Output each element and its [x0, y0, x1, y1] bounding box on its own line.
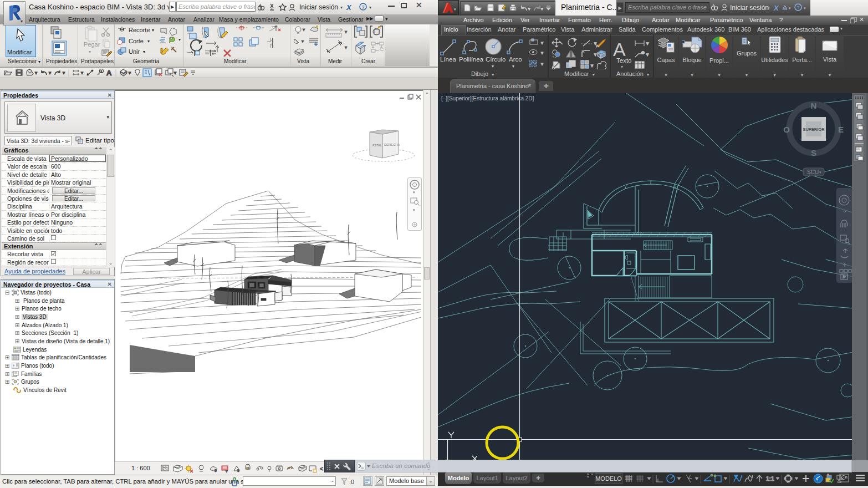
- svg-text:▾: ▾: [345, 45, 347, 50]
- svg-text:▾: ▾: [804, 6, 806, 10]
- svg-text:▾: ▾: [21, 19, 23, 24]
- svg-text:▾: ▾: [226, 469, 228, 473]
- svg-text:Línea: Línea: [440, 56, 456, 63]
- svg-text:▾: ▾: [345, 29, 347, 34]
- svg-text:▾: ▾: [152, 28, 154, 33]
- svg-text:X: X: [346, 3, 352, 12]
- svg-text:▾: ▾: [174, 70, 176, 75]
- svg-text:Polilínea: Polilínea: [459, 56, 484, 63]
- svg-text:▾: ▾: [789, 6, 791, 10]
- svg-text:Corte: Corte: [129, 38, 144, 44]
- svg-text:▾: ▾: [541, 40, 543, 45]
- svg-text:Iniciar sesión: Iniciar sesión: [730, 4, 769, 12]
- svg-text:▾: ▾: [541, 62, 543, 67]
- svg-text:▾: ▾: [143, 49, 145, 54]
- svg-text:▾: ▾: [621, 64, 623, 69]
- svg-text:▾: ▾: [492, 64, 494, 69]
- svg-text:▾: ▾: [594, 52, 596, 57]
- svg-text:Texto: Texto: [616, 57, 632, 64]
- svg-text:X: X: [773, 4, 779, 12]
- svg-text:▾: ▾: [768, 6, 770, 10]
- svg-text:+→: +→: [159, 38, 165, 42]
- svg-text::0: :0: [349, 479, 354, 485]
- svg-text:9: 9: [237, 469, 239, 472]
- svg-text:?: ?: [797, 5, 800, 11]
- svg-text:▾: ▾: [646, 52, 649, 57]
- svg-text:Unir: Unir: [129, 48, 140, 55]
- svg-text:Pegar: Pegar: [84, 41, 100, 48]
- svg-text:▾: ▾: [591, 63, 593, 68]
- svg-text:▾: ▾: [594, 41, 596, 46]
- svg-text:▾: ▾: [369, 5, 371, 10]
- svg-text:▾: ▾: [81, 70, 83, 75]
- svg-text:▾: ▾: [413, 190, 415, 194]
- svg-text:9: 9: [215, 469, 217, 472]
- svg-text:<: <: [320, 466, 323, 472]
- svg-text:▾: ▾: [49, 70, 51, 75]
- svg-text:A: A: [106, 69, 112, 77]
- svg-text:▾: ▾: [302, 39, 304, 44]
- svg-text:DERECHA: DERECHA: [384, 143, 400, 146]
- svg-text:▾: ▾: [35, 70, 37, 75]
- svg-text:▾: ▾: [63, 70, 65, 75]
- svg-text:FSTAL: FSTAL: [372, 144, 382, 147]
- svg-text:?: ?: [362, 4, 365, 10]
- svg-text:▾: ▾: [89, 49, 91, 54]
- svg-text:▾: ▾: [541, 50, 543, 55]
- svg-text:Círculo: Círculo: [486, 56, 506, 63]
- svg-text:Recorte: Recorte: [129, 27, 150, 33]
- svg-text:Arco: Arco: [509, 56, 522, 63]
- svg-text:▾: ▾: [178, 37, 181, 42]
- svg-text:▾: ▾: [340, 5, 343, 10]
- svg-text:▾: ▾: [129, 70, 131, 75]
- svg-text:▾: ▾: [541, 7, 543, 11]
- svg-text:▾: ▾: [303, 27, 305, 32]
- svg-text:1:1: 1:1: [766, 476, 774, 482]
- svg-text:▾: ▾: [646, 41, 649, 46]
- svg-text:▾: ▾: [454, 7, 456, 11]
- svg-text:▾: ▾: [413, 208, 415, 212]
- svg-text:▾: ▾: [512, 64, 514, 69]
- svg-text:▾: ▾: [528, 7, 530, 11]
- svg-text:Iniciar sesión: Iniciar sesión: [299, 3, 338, 11]
- svg-text:▾: ▾: [147, 39, 150, 44]
